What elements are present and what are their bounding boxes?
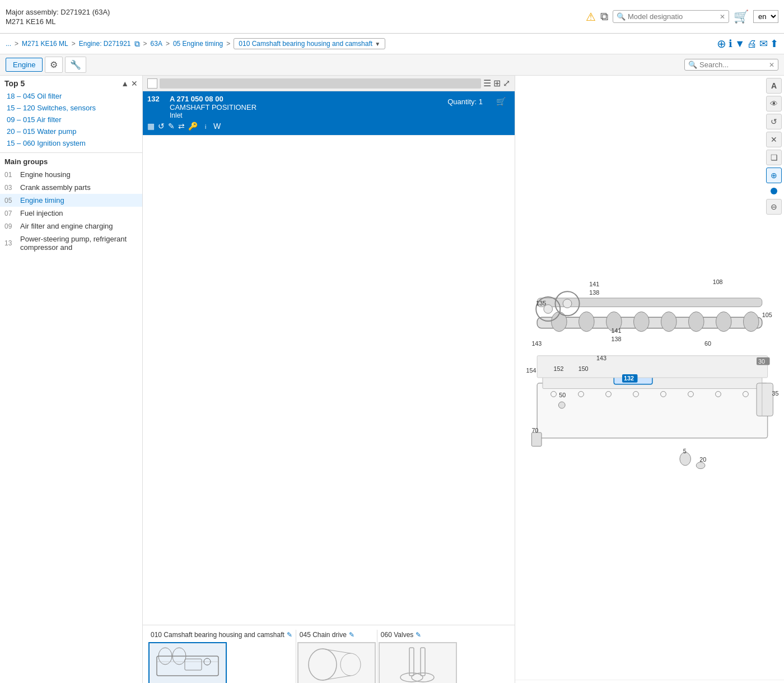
part-action-key[interactable]: 🔑 [188,122,198,132]
print-toolbar-icon[interactable]: 🖨 [747,38,757,50]
toolbar-search-input[interactable] [699,61,767,69]
parts-checkbox[interactable] [147,78,157,89]
diagram-tool-eye[interactable]: 👁 [766,96,782,111]
toolbar-right: 🔍 ✕ [684,59,778,71]
top5-list: 18 – 045 Oil filter 15 – 120 Switches, s… [4,90,138,149]
part-name: CAMSHAFT POSITIONER [170,103,447,111]
breadcrumb-active[interactable]: 010 Camshaft bearing housing and camshaf… [234,38,385,49]
svg-text:35: 35 [772,390,778,397]
toolbar-search-icon: 🔍 [688,61,697,69]
list-view-icon[interactable]: ☰ [483,78,491,89]
thumb-edit-icon-1[interactable]: ✎ [287,631,292,639]
quantity-label: Quantity: 1 [447,97,483,106]
language-select[interactable]: en de fr [753,10,778,23]
thumb-label-3: 060 Valves ✎ [379,630,457,640]
search-clear-icon[interactable]: ✕ [720,13,725,21]
group-item-13[interactable]: 13 Power-steering pump, refrigerant comp… [0,233,142,254]
expand-view-icon[interactable]: ⤢ [503,78,510,89]
svg-text:50: 50 [559,392,566,398]
cart-icon[interactable]: 🛒 [734,10,749,24]
diagram-tool-layers[interactable]: ❏ [766,150,782,165]
export-toolbar-icon[interactable]: ⬆ [770,38,778,50]
sidebar: Top 5 ▲ ✕ 18 – 045 Oil filter 15 – 120 S… [0,76,143,683]
thumb-image-3[interactable] [379,642,457,683]
top5-item-5[interactable]: 15 – 060 Ignition system [4,137,138,149]
svg-text:5: 5 [683,448,687,454]
top5-item-3[interactable]: 09 – 015 Air filter [4,114,138,126]
part-item-selected[interactable]: 132 A 271 050 08 00 CAMSHAFT POSITIONER … [143,91,515,136]
thumb-item-2[interactable]: 045 Chain drive ✎ [297,630,376,683]
info-toolbar-icon[interactable]: ℹ [729,38,732,50]
thumb-edit-icon-2[interactable]: ✎ [349,631,354,639]
tab-settings-icon[interactable]: ⚙ [45,57,63,73]
group-item-03[interactable]: 03 Crank assembly parts [0,181,142,194]
thumb-separator-2 [377,630,377,683]
thumb-separator-1 [296,630,296,683]
thumb-image-2[interactable] [297,642,376,683]
parts-list: 132 A 271 050 08 00 CAMSHAFT POSITIONER … [143,91,515,625]
search-icon: 🔍 [617,12,626,21]
top5-collapse-btn[interactable]: ▲ [121,79,129,88]
tab-wrench-icon[interactable]: 🔧 [65,57,86,73]
mail-toolbar-icon[interactable]: ✉ [759,38,768,50]
blue-dot [771,188,777,194]
header-search-input[interactable] [628,12,717,21]
top5-item-1[interactable]: 18 – 045 Oil filter [4,90,138,102]
top5-close-btn[interactable]: ✕ [131,79,138,88]
breadcrumb-copy-icon[interactable]: ⧉ [134,39,140,49]
thumb-item-1[interactable]: 010 Camshaft bearing housing and camshaf… [148,630,295,683]
diagram-svg[interactable]: 141 138 135 108 105 141 138 143 143 150 … [515,76,784,680]
thumb-label-1: 010 Camshaft bearing housing and camshaf… [148,630,295,640]
top5-item-2[interactable]: 15 – 120 Switches, sensors [4,102,138,114]
bottom-thumbnails: 010 Camshaft bearing housing and camshaf… [143,625,515,683]
svg-text:138: 138 [611,336,621,342]
group-item-05[interactable]: 05 Engine timing [0,194,142,207]
part-action-grid[interactable]: ▦ [147,122,155,132]
part-action-refresh[interactable]: ↺ [158,122,165,132]
svg-point-24 [716,312,731,331]
part-action-transfer[interactable]: ⇄ [178,122,185,132]
svg-point-29 [563,299,572,308]
svg-line-8 [323,649,351,653]
svg-rect-43 [531,433,542,446]
part-action-wiki[interactable]: W [213,122,221,132]
part-action-info[interactable]: i [201,122,210,132]
breadcrumb-engine[interactable]: Engine: D271921 [79,40,131,48]
diagram-tool-a[interactable]: A [766,78,782,94]
tab-engine[interactable]: Engine [6,58,43,72]
group-item-09[interactable]: 09 Air filter and engine charging [0,220,142,233]
diagram-tool-zoom-in[interactable]: ⊕ [766,168,782,183]
svg-text:135: 135 [536,300,546,306]
copy-icon[interactable]: ⧉ [600,10,608,23]
svg-rect-31 [537,356,767,378]
add-to-cart-button[interactable]: 🛒 [492,95,510,108]
svg-line-9 [323,676,351,680]
top5-item-4[interactable]: 20 – 015 Water pump [4,126,138,137]
svg-text:105: 105 [762,312,772,318]
toolbar-search-clear[interactable]: ✕ [769,61,774,69]
part-info: A 271 050 08 00 CAMSHAFT POSITIONER Inle… [170,95,447,119]
diagram-tool-zoom-out[interactable]: ⊖ [766,199,782,215]
svg-point-6 [309,649,337,680]
thumb-image-1[interactable] [148,642,227,683]
diagram-tool-cross[interactable]: ✕ [766,132,782,147]
thumb-item-3[interactable]: 060 Valves ✎ [379,630,457,683]
breadcrumb-dots[interactable]: ... [6,40,11,48]
top5-label: Top 5 [4,79,25,88]
group-item-07[interactable]: 07 Fuel injection [0,207,142,220]
breadcrumb-m271[interactable]: M271 KE16 ML [22,40,68,48]
grid-view-icon[interactable]: ⊞ [493,78,501,89]
warning-icon[interactable]: ⚠ [586,10,596,24]
thumb-edit-icon-3[interactable]: ✎ [416,631,421,639]
diagram-tool-history[interactable]: ↺ [766,114,782,129]
zoom-in-toolbar-icon[interactable]: ⊕ [717,37,726,50]
breadcrumb-63a[interactable]: 63A [151,40,162,48]
header-title: Major assembly: D271921 (63A) [6,8,110,16]
filter-toolbar-icon[interactable]: ▼ [735,38,745,50]
breadcrumb-engine-timing[interactable]: 05 Engine timing [173,40,223,48]
part-action-edit[interactable]: ✎ [168,122,175,132]
diagram-image-id: Image ID: drawing_B05010000003 [515,680,784,683]
svg-text:132: 132 [624,375,634,382]
group-item-01[interactable]: 01 Engine housing [0,168,142,181]
sidebar-top5: Top 5 ▲ ✕ 18 – 045 Oil filter 15 – 120 S… [0,76,142,153]
